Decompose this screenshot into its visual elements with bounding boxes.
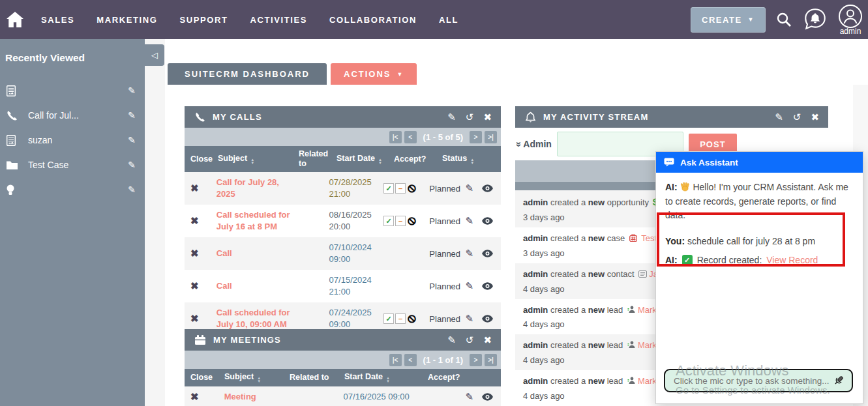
table-row: ✖ Call for July 28, 2025 07/28/202521:00… — [185, 172, 501, 205]
home-icon[interactable] — [4, 12, 30, 27]
list-item[interactable]: Call for Jul... ✎ — [0, 103, 145, 128]
accept-icon[interactable]: ✓ — [383, 313, 394, 324]
view-record-icon[interactable] — [482, 250, 493, 257]
edit-record-icon[interactable]: ✎ — [465, 248, 473, 259]
column-start-date[interactable]: Start Date — [337, 154, 394, 165]
view-record-icon[interactable] — [482, 217, 493, 225]
tentative-icon[interactable]: – — [395, 183, 406, 194]
close-record-icon[interactable]: ✖ — [190, 215, 199, 226]
sort-icon[interactable] — [378, 158, 382, 165]
status-value: Planned — [429, 216, 465, 226]
list-item[interactable]: ✎ — [0, 177, 145, 202]
create-button[interactable]: CREATE ▼ — [691, 7, 766, 33]
prev-page-icon[interactable]: < — [404, 354, 417, 366]
close-record-icon[interactable]: ✖ — [190, 313, 199, 324]
first-page-icon[interactable]: |< — [389, 354, 402, 366]
last-page-icon[interactable]: >| — [485, 131, 497, 143]
tentative-icon[interactable]: – — [395, 216, 406, 226]
call-subject-link[interactable]: Call — [217, 280, 293, 292]
username-label: admin — [840, 27, 861, 35]
notifications-icon[interactable] — [802, 7, 828, 33]
close-panel-icon[interactable]: ✖ — [811, 111, 819, 123]
chevron-double-down-icon[interactable]: » — [514, 141, 525, 147]
next-page-icon[interactable]: > — [470, 354, 482, 366]
edit-pencil-icon[interactable]: ✎ — [128, 85, 136, 96]
list-item-label[interactable]: Test Case — [28, 160, 128, 170]
next-page-icon[interactable]: > — [470, 131, 482, 143]
sort-icon[interactable] — [386, 377, 390, 383]
tab-suitecrm-dashboard[interactable]: SUITECRM DASHBOARD — [168, 63, 327, 85]
close-record-icon[interactable]: ✖ — [190, 391, 199, 402]
nav-item-all[interactable]: ALL — [428, 15, 470, 25]
actions-dropdown-button[interactable]: ACTIONS ▼ — [331, 63, 417, 85]
create-button-label: CREATE — [702, 15, 741, 25]
column-start-date[interactable]: Start Date — [344, 372, 428, 383]
call-subject-link[interactable]: Call scheduled for July 16 at 8 PM — [217, 209, 293, 232]
close-panel-icon[interactable]: ✖ — [483, 334, 492, 346]
assistant-header[interactable]: Ask Assistant — [656, 152, 863, 173]
close-panel-icon[interactable]: ✖ — [483, 111, 492, 123]
accept-icon[interactable]: ✓ — [383, 216, 394, 226]
list-item[interactable]: suzan ✎ — [0, 128, 145, 152]
column-status[interactable]: Status — [442, 154, 480, 165]
prev-page-icon[interactable]: < — [404, 131, 417, 143]
refresh-icon[interactable]: ↺ — [793, 111, 801, 123]
sidebar-collapse-toggle[interactable]: ◁ — [145, 44, 164, 66]
first-page-icon[interactable]: |< — [389, 131, 402, 143]
column-subject[interactable]: Subject — [224, 372, 290, 383]
sort-icon[interactable] — [470, 158, 474, 165]
status-value: Planned — [429, 282, 465, 291]
edit-panel-icon[interactable]: ✎ — [447, 334, 456, 346]
sort-icon[interactable] — [257, 377, 261, 383]
call-subject-link[interactable]: Call — [217, 248, 293, 259]
list-item[interactable]: ✎ — [0, 78, 145, 103]
last-page-icon[interactable]: >| — [485, 354, 497, 366]
close-record-icon[interactable]: ✖ — [190, 182, 199, 194]
user-menu[interactable]: admin — [838, 4, 863, 35]
call-subject-link[interactable]: Call for July 28, 2025 — [217, 177, 293, 199]
list-item-label[interactable]: suzan — [28, 135, 128, 145]
list-item[interactable]: Test Case ✎ — [0, 152, 145, 177]
view-record-icon[interactable] — [482, 315, 493, 323]
start-date-value: 07/28/202521:00 — [329, 177, 384, 199]
close-record-icon[interactable]: ✖ — [190, 248, 199, 259]
call-subject-link[interactable]: Call scheduled for July 10, 09:00 AM — [217, 307, 293, 330]
nav-item-activities[interactable]: ACTIVITIES — [239, 15, 319, 25]
list-item-label[interactable]: Call for Jul... — [28, 110, 128, 121]
tentative-icon[interactable]: – — [395, 313, 406, 324]
edit-pencil-icon[interactable]: ✎ — [128, 135, 136, 145]
accept-icon[interactable]: ✓ — [383, 183, 394, 194]
nav-item-support[interactable]: SUPPORT — [168, 15, 239, 25]
edit-panel-icon[interactable]: ✎ — [447, 111, 456, 123]
nav-item-marketing[interactable]: MARKETING — [85, 15, 168, 25]
mic-icon[interactable] — [833, 375, 845, 386]
edit-record-icon[interactable]: ✎ — [465, 391, 473, 403]
collapse-icon: ◁ — [151, 50, 158, 60]
search-icon[interactable] — [775, 11, 792, 28]
edit-panel-icon[interactable]: ✎ — [775, 111, 783, 123]
refresh-icon[interactable]: ↺ — [466, 334, 474, 346]
edit-record-icon[interactable]: ✎ — [465, 280, 473, 292]
decline-icon[interactable]: ⊘ — [407, 313, 417, 325]
refresh-icon[interactable]: ↺ — [466, 111, 474, 123]
edit-pencil-icon[interactable]: ✎ — [128, 160, 136, 170]
view-record-link[interactable]: View Record — [766, 255, 818, 265]
view-record-icon[interactable] — [482, 393, 493, 401]
sort-icon[interactable] — [250, 158, 254, 165]
close-record-icon[interactable]: ✖ — [190, 280, 199, 291]
decline-icon[interactable]: ⊘ — [407, 182, 417, 194]
nav-item-sales[interactable]: SALES — [30, 15, 85, 25]
edit-record-icon[interactable]: ✎ — [465, 215, 473, 227]
column-subject[interactable]: Subject — [218, 154, 299, 165]
edit-pencil-icon[interactable]: ✎ — [128, 110, 136, 121]
view-record-icon[interactable] — [482, 184, 493, 192]
edit-record-icon[interactable]: ✎ — [465, 182, 473, 194]
meeting-subject-link[interactable]: Meeting — [224, 391, 289, 403]
assistant-input[interactable] — [672, 375, 833, 386]
nav-item-collaboration[interactable]: COLLABORATION — [318, 15, 428, 25]
edit-record-icon[interactable]: ✎ — [465, 313, 473, 325]
view-record-icon[interactable] — [482, 282, 493, 290]
decline-icon[interactable]: ⊘ — [407, 215, 417, 227]
chat-bubble-icon — [664, 158, 674, 167]
edit-pencil-icon[interactable]: ✎ — [128, 184, 136, 195]
